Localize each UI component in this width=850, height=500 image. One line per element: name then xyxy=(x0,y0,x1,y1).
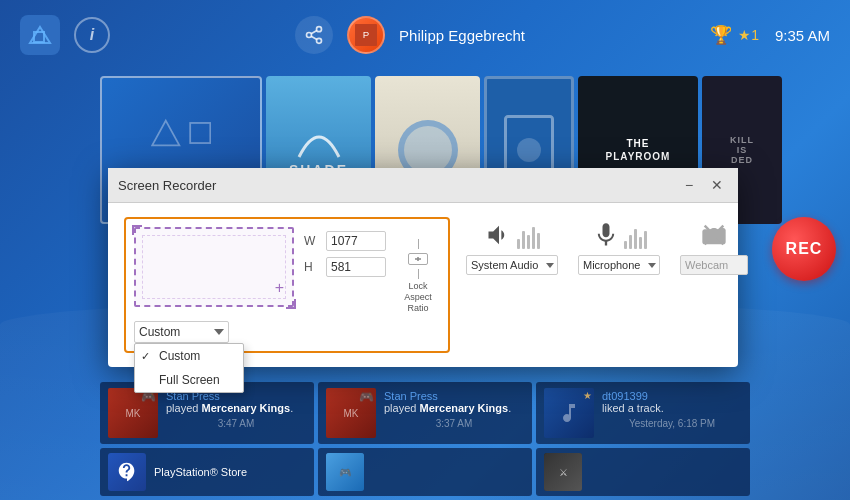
microphone-icon-wrap xyxy=(592,221,647,249)
modal-body: + W H xyxy=(108,203,738,367)
close-button[interactable]: ✕ xyxy=(706,174,728,196)
top-right: 🏆 ★1 9:35 AM xyxy=(710,24,830,46)
system-audio-select[interactable]: System Audio xyxy=(466,255,558,275)
share-icon[interactable] xyxy=(295,16,333,54)
svg-line-6 xyxy=(311,30,317,33)
trophy-area: 🏆 ★1 xyxy=(710,24,759,46)
system-audio-control: System Audio xyxy=(466,221,558,275)
modal-title: Screen Recorder xyxy=(118,178,216,193)
top-left: i xyxy=(20,15,110,55)
webcam-disabled-overlay xyxy=(700,221,728,249)
activity-user-2: Stan Press xyxy=(384,390,524,402)
webcam-icon-wrap xyxy=(700,221,728,249)
activity-time-2: 3:37 AM xyxy=(384,418,524,429)
screen-recorder-modal: Screen Recorder − ✕ + W xyxy=(108,168,738,367)
height-row: H xyxy=(304,257,386,277)
audio-panel: System Audio xyxy=(466,217,748,275)
gamepad-icon-3: ★ xyxy=(583,390,592,401)
microphone-icon xyxy=(592,221,620,249)
dropdown-item-fullscreen[interactable]: Full Screen xyxy=(135,368,243,392)
activity-thumb-2: MK 🎮 xyxy=(326,388,376,438)
svg-text:P: P xyxy=(363,29,369,40)
capture-preview[interactable]: + xyxy=(134,227,294,307)
svg-marker-9 xyxy=(152,121,179,146)
width-row: W xyxy=(304,231,386,251)
activity-desc-2: played Mercenary Kings. xyxy=(384,402,524,414)
microphone-select[interactable]: Microphone xyxy=(578,255,660,275)
preset-select[interactable]: Custom Full Screen xyxy=(134,321,229,343)
trophy-icon: 🏆 xyxy=(710,24,732,46)
activity-time-1: 3:47 AM xyxy=(166,418,306,429)
activity-thumb-1: MK 🎮 xyxy=(108,388,158,438)
preset-dropdown: Custom Full Screen xyxy=(134,343,244,393)
resize-handle-topleft[interactable] xyxy=(132,225,142,235)
info-icon[interactable]: i xyxy=(74,17,110,53)
bottom-card-2[interactable]: 🎮 xyxy=(318,448,532,496)
rec-panel: REC xyxy=(764,217,844,281)
microphone-control: Microphone xyxy=(578,221,660,275)
bottom-card-3[interactable]: ⚔ xyxy=(536,448,750,496)
trophy-count: ★1 xyxy=(738,27,759,43)
gamepad-icon-2: 🎮 xyxy=(359,390,374,404)
top-center: P Philipp Eggebrecht xyxy=(295,16,525,54)
ps-logo-icon[interactable] xyxy=(20,15,60,55)
bottom-section: PlayStation® Store 🎮 ⚔ xyxy=(100,448,750,496)
width-input[interactable] xyxy=(326,231,386,251)
system-audio-bars xyxy=(517,221,540,249)
bottom-thumb-3: ⚔ xyxy=(544,453,582,491)
dropdown-item-custom[interactable]: Custom xyxy=(135,344,243,368)
resize-handle-bottomright[interactable] xyxy=(286,299,296,309)
svg-rect-10 xyxy=(190,123,210,143)
modal-titlebar: Screen Recorder − ✕ xyxy=(108,168,738,203)
preset-select-wrapper: Custom Full Screen Custom Full Screen xyxy=(134,321,440,343)
microphone-bars xyxy=(624,221,647,249)
system-audio-icon-wrap xyxy=(485,221,540,249)
username: Philipp Eggebrecht xyxy=(399,27,525,44)
activity-time-3: Yesterday, 6:18 PM xyxy=(602,418,742,429)
top-bar: i P Philipp Eggebrecht 🏆 ★1 9:35 AM xyxy=(0,0,850,70)
activity-desc-3: liked a track. xyxy=(602,402,742,414)
lock-aspect-label: Lock Aspect Ratio xyxy=(396,281,440,313)
svg-line-5 xyxy=(311,36,317,39)
capture-panel: + W H xyxy=(124,217,450,353)
height-label: H xyxy=(304,260,320,274)
clock: 9:35 AM xyxy=(775,27,830,44)
rec-label: REC xyxy=(786,240,823,258)
height-input[interactable] xyxy=(326,257,386,277)
ps-store-thumb xyxy=(108,453,146,491)
webcam-select[interactable]: Webcam xyxy=(680,255,748,275)
webcam-control: Webcam xyxy=(680,221,748,275)
bottom-thumb-2: 🎮 xyxy=(326,453,364,491)
ps-store-card[interactable]: PlayStation® Store xyxy=(100,448,314,496)
svg-point-4 xyxy=(317,38,322,43)
rec-button[interactable]: REC xyxy=(772,217,836,281)
user-avatar: P xyxy=(347,16,385,54)
modal-controls: − ✕ xyxy=(678,174,728,196)
activity-desc-1: played Mercenary Kings. xyxy=(166,402,306,414)
svg-point-2 xyxy=(317,27,322,32)
minimize-button[interactable]: − xyxy=(678,174,700,196)
audio-controls-row: System Audio xyxy=(466,221,748,275)
activity-card-2[interactable]: MK 🎮 Stan Press played Mercenary Kings. … xyxy=(318,382,532,444)
svg-point-3 xyxy=(307,33,312,38)
speaker-icon xyxy=(485,221,513,249)
activity-thumb-3: ★ xyxy=(544,388,594,438)
width-label: W xyxy=(304,234,320,248)
activity-card-3[interactable]: ★ dt091399 liked a track. Yesterday, 6:1… xyxy=(536,382,750,444)
activity-user-3: dt091399 xyxy=(602,390,742,402)
ps-store-label: PlayStation® Store xyxy=(154,466,247,478)
